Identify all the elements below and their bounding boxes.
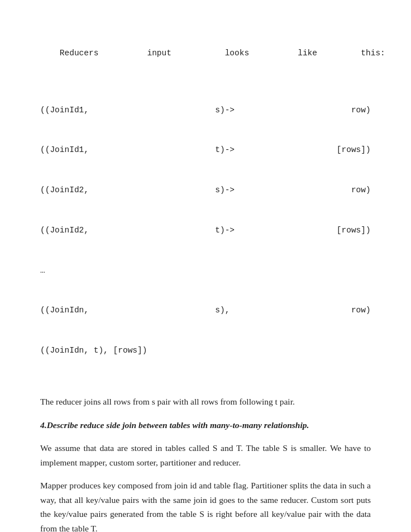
code-line: ((JoinId2, t)-> [rows]): [40, 224, 371, 238]
code-line: ((JoinId2, s)-> row): [40, 184, 371, 197]
code-line: ((JoinIdn, s), row): [40, 304, 371, 317]
code-line: …: [40, 264, 371, 278]
code-block-1: Reducers input looks like this:: [40, 34, 371, 74]
prose-2: We assume that data are stored in tables…: [40, 441, 371, 469]
prose-1: The reducer joins all rows from s pair w…: [40, 395, 371, 409]
code-line: ((JoinId1, t)-> [rows]): [40, 144, 371, 157]
section-heading: 4.Describe reduce side join between tabl…: [40, 418, 371, 433]
code-line: ((JoinId1, s)-> row): [40, 104, 371, 117]
code-line-1: Reducers input looks like this:: [60, 49, 385, 58]
code-block-1-lines: ((JoinId1, s)-> row) ((JoinId1, t)-> [ro…: [40, 77, 371, 384]
main-content: Reducers input looks like this: ((JoinId…: [40, 34, 371, 532]
prose-3: Mapper produces key composed from join i…: [40, 478, 371, 532]
code-line: ((JoinIdn, t), [rows]): [40, 344, 371, 358]
